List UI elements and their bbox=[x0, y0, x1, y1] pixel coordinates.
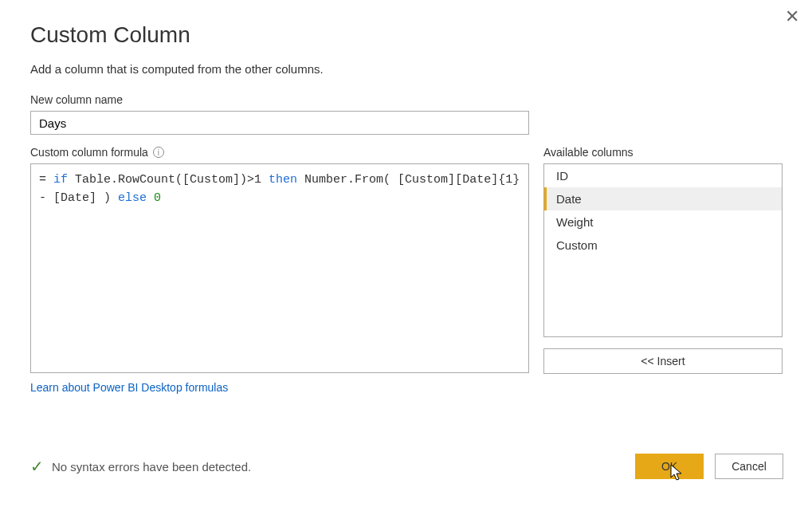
available-column-item[interactable]: Weight bbox=[544, 210, 782, 234]
formula-input[interactable]: = if Table.RowCount([Custom])>1 then Num… bbox=[30, 163, 529, 373]
info-icon[interactable]: i bbox=[153, 147, 164, 158]
available-column-item[interactable]: Custom bbox=[544, 234, 782, 257]
available-column-item[interactable]: Date bbox=[544, 187, 782, 210]
dialog-subtitle: Add a column that is computed from the o… bbox=[30, 62, 783, 76]
new-column-name-input[interactable] bbox=[30, 111, 529, 135]
formula-label: Custom column formula bbox=[30, 146, 148, 159]
new-column-name-label: New column name bbox=[30, 93, 783, 106]
learn-link[interactable]: Learn about Power BI Desktop formulas bbox=[30, 381, 228, 394]
check-icon: ✓ bbox=[30, 457, 44, 476]
available-columns-label: Available columns bbox=[543, 146, 783, 159]
dialog-title: Custom Column bbox=[30, 22, 783, 48]
cancel-button[interactable]: Cancel bbox=[715, 454, 783, 479]
available-columns-list[interactable]: IDDateWeightCustom bbox=[543, 163, 783, 337]
available-column-item[interactable]: ID bbox=[544, 164, 782, 187]
status-row: ✓ No syntax errors have been detected. bbox=[30, 457, 251, 476]
ok-button[interactable]: OK bbox=[635, 454, 704, 479]
close-icon[interactable]: ✕ bbox=[785, 8, 799, 26]
formula-label-row: Custom column formula i bbox=[30, 146, 529, 159]
insert-button[interactable]: << Insert bbox=[543, 348, 783, 374]
custom-column-dialog: ✕ Custom Column Add a column that is com… bbox=[0, 0, 812, 511]
status-text: No syntax errors have been detected. bbox=[52, 460, 251, 474]
